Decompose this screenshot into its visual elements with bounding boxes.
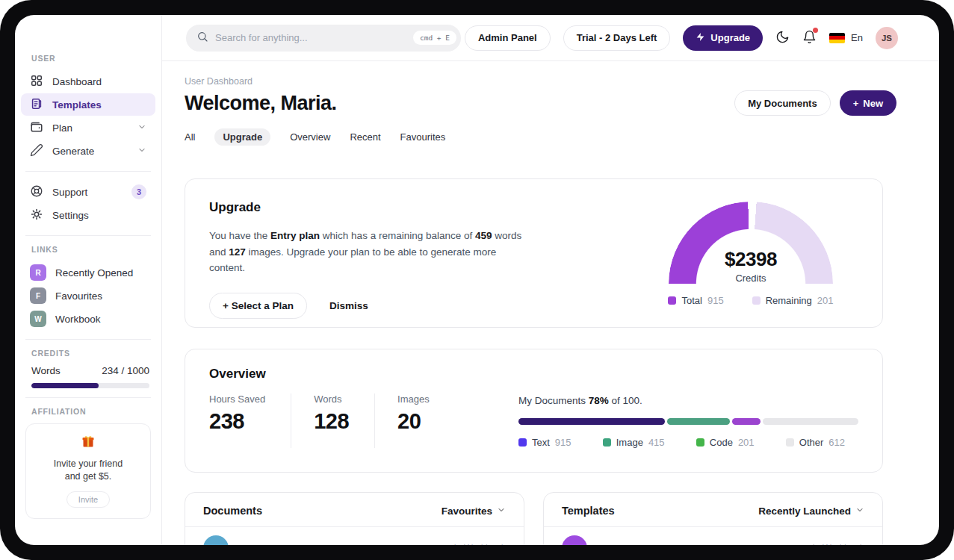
gauge-label: Credits xyxy=(669,273,833,284)
tab-favourites[interactable]: Favourites xyxy=(400,128,446,146)
language-selector[interactable]: En xyxy=(829,32,863,43)
bar-segment-code xyxy=(732,418,761,425)
new-button-label: New xyxy=(863,98,883,109)
tab-all[interactable]: All xyxy=(185,128,195,146)
invite-button[interactable]: Invite xyxy=(66,491,110,508)
tab-recent[interactable]: Recent xyxy=(350,128,380,146)
upgrade-card: Upgrade You have the Entry plan which ha… xyxy=(185,178,883,328)
sidebar-section-affiliation: AFFILIATION xyxy=(31,407,155,416)
user-avatar[interactable]: JS xyxy=(876,27,898,49)
gift-icon xyxy=(81,438,96,451)
sidebar-link-workbook[interactable]: W Workbook xyxy=(21,308,155,330)
sidebar-section-user: USER xyxy=(31,54,155,63)
stat-images: Images 20 xyxy=(374,393,455,448)
document-title: Untitled Document xyxy=(238,543,328,546)
sidebar-divider xyxy=(25,397,151,398)
gauge-value: $2398 xyxy=(669,248,833,271)
dark-mode-toggle[interactable] xyxy=(775,30,790,46)
sidebar-section-credits: CREDITS xyxy=(31,349,155,358)
link-initial-badge: F xyxy=(30,287,46,304)
pencil-icon xyxy=(30,143,43,159)
admin-panel-button[interactable]: Admin Panel xyxy=(465,25,551,51)
stat-hours-saved: Hours Saved 238 xyxy=(209,393,291,448)
document-avatar xyxy=(203,535,229,545)
plus-icon: + xyxy=(853,98,859,109)
breadcrumb: User Dashboard xyxy=(185,76,883,87)
templates-document-icon xyxy=(30,97,43,113)
sidebar-item-label: Generate xyxy=(52,146,128,157)
tab-upgrade[interactable]: Upgrade xyxy=(214,128,270,146)
sidebar-item-label: Support xyxy=(52,187,123,198)
upgrade-card-body: You have the Entry plan which has a rema… xyxy=(209,228,532,276)
sidebar-item-label: Favourites xyxy=(55,290,102,302)
search-bar[interactable]: cmd + E xyxy=(186,25,461,52)
affiliation-card: Invite your friend and get $5. Invite xyxy=(25,423,151,519)
document-location: in Workbook xyxy=(454,543,506,545)
sidebar-item-templates[interactable]: Templates xyxy=(21,93,155,116)
sidebar-item-plan[interactable]: Plan xyxy=(21,116,155,139)
dismiss-button[interactable]: Dismiss xyxy=(329,300,368,311)
sidebar-item-generate[interactable]: Generate xyxy=(21,140,155,162)
bar-segment-text xyxy=(518,418,665,425)
sidebar-divider xyxy=(25,235,151,236)
templates-filter-dropdown[interactable]: Recently Launched xyxy=(758,505,864,517)
documents-card: Documents Favourites Untitled Document i… xyxy=(185,492,524,545)
sidebar-item-dashboard[interactable]: Dashboard xyxy=(21,70,155,93)
sidebar-item-support[interactable]: Support 3 xyxy=(21,181,155,203)
documents-progress-chart: My Documents 78% of 100. Text915 Image41… xyxy=(518,393,858,448)
document-row[interactable]: Untitled Document in Workbook xyxy=(185,527,524,545)
gear-icon xyxy=(30,208,43,223)
sidebar-item-label: Templates xyxy=(52,99,102,111)
support-count-badge: 3 xyxy=(131,184,146,199)
gauge-legend-remaining: Remaining 201 xyxy=(752,295,834,306)
documents-filter-dropdown[interactable]: Favourites xyxy=(442,505,506,517)
search-icon xyxy=(196,31,208,46)
sidebar-link-favourites[interactable]: F Favourites xyxy=(21,284,155,307)
upgrade-button[interactable]: Upgrade xyxy=(683,25,763,51)
templates-card-title: Templates xyxy=(562,505,615,517)
upgrade-button-label: Upgrade xyxy=(710,32,750,43)
credits-progress-bar xyxy=(31,383,149,388)
stacked-progress-bar xyxy=(518,418,858,425)
sidebar-item-label: Plan xyxy=(52,122,128,134)
content: User Dashboard Welcome, Maria. My Docume… xyxy=(162,61,939,545)
sidebar-link-recently-opened[interactable]: R Recently Opened xyxy=(21,261,155,284)
sidebar: USER Dashboard Templates Plan Generate S… xyxy=(15,15,162,545)
trial-status-button[interactable]: Trial - 2 Days Left xyxy=(563,25,671,51)
template-avatar xyxy=(562,535,587,545)
gauge-legend-total: Total 915 xyxy=(668,295,723,306)
main-area: cmd + E Admin Panel Trial - 2 Days Left … xyxy=(162,15,939,545)
upgrade-card-left: Upgrade You have the Entry plan which ha… xyxy=(209,200,532,327)
select-plan-button[interactable]: + Select a Plan xyxy=(209,293,307,319)
language-label: En xyxy=(851,32,863,43)
chevron-down-icon xyxy=(497,505,506,517)
page-title: Welcome, Maria. xyxy=(185,92,337,115)
lightning-bolt-icon xyxy=(696,32,705,44)
sidebar-divider xyxy=(25,171,151,172)
template-title: Blog Post Title xyxy=(597,543,667,546)
notifications-button[interactable] xyxy=(802,30,817,46)
chevron-down-icon xyxy=(855,505,864,517)
documents-card-title: Documents xyxy=(203,505,262,517)
credits-name: Words xyxy=(31,365,61,376)
dashboard-grid-icon xyxy=(30,74,43,90)
upgrade-card-title: Upgrade xyxy=(209,200,532,215)
legend-swatch xyxy=(752,296,761,305)
bar-segment-other xyxy=(763,418,858,425)
credits-progress-fill xyxy=(31,383,99,388)
chevron-down-icon xyxy=(137,146,146,157)
sidebar-item-settings[interactable]: Settings xyxy=(21,204,155,226)
wallet-icon xyxy=(30,120,43,136)
tab-overview[interactable]: Overview xyxy=(290,128,330,146)
sidebar-item-label: Workbook xyxy=(55,314,101,325)
search-shortcut-badge: cmd + E xyxy=(413,31,456,45)
moon-icon xyxy=(775,30,790,46)
search-input[interactable] xyxy=(215,32,406,43)
sidebar-item-label: Recently Opened xyxy=(55,267,133,279)
new-button[interactable]: + New xyxy=(840,90,896,116)
legend-swatch xyxy=(668,296,676,305)
sidebar-item-label: Settings xyxy=(52,210,89,221)
credits-value: 234 / 1000 xyxy=(102,365,149,376)
my-documents-button[interactable]: My Documents xyxy=(734,90,830,116)
template-row[interactable]: Blog Post Title in Workbook xyxy=(544,527,882,545)
